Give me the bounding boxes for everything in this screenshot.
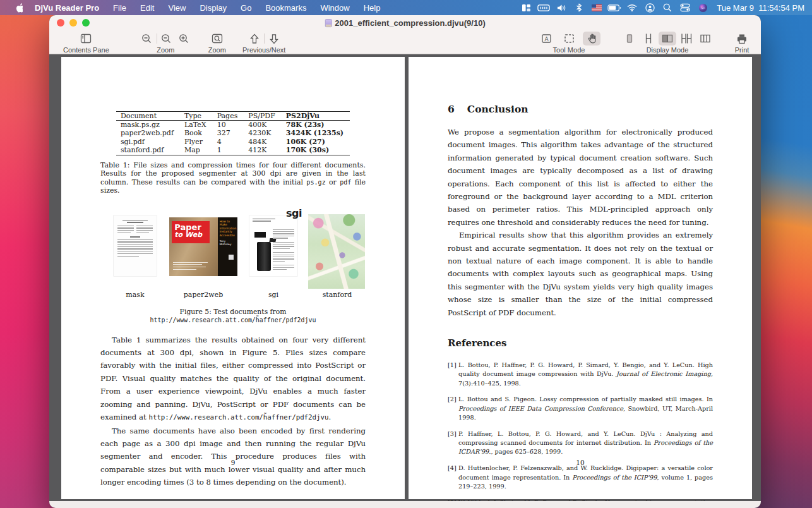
menu-app-name[interactable]: DjVu Reader Pro xyxy=(28,3,106,13)
single-page-button[interactable] xyxy=(621,32,638,45)
paragraph: Table 1 summarizes the results obtained … xyxy=(100,334,366,425)
tool-mode-label: Tool Mode xyxy=(553,46,585,54)
window-bottom-bar xyxy=(49,501,761,508)
reference-item: [2]L. Bottou and S. Pigeon. Lossy compre… xyxy=(448,395,713,422)
paragraph: The same documents have also been encode… xyxy=(100,425,366,489)
keyboard-widget-icon[interactable] xyxy=(536,1,551,14)
book-mode-button[interactable] xyxy=(696,32,714,45)
table-row: sgi.pdfFlyer4484K106K (27) xyxy=(116,138,350,146)
siri-icon[interactable] xyxy=(695,1,710,14)
wifi-icon[interactable] xyxy=(624,1,640,14)
paragraph: Empirical results show that this algorit… xyxy=(448,229,713,319)
menu-display[interactable]: Display xyxy=(193,3,234,13)
apple-menu-icon[interactable] xyxy=(9,3,28,13)
reference-item: [1]L. Bottou, P. Haffner, P. G. Howard, … xyxy=(448,361,713,388)
prev-next-cluster: Previous/Next xyxy=(242,32,285,54)
menu-view[interactable]: View xyxy=(161,3,193,13)
thumbnail-stanford xyxy=(308,214,365,289)
screen: DjVu Reader Pro FileEditViewDisplayGoBoo… xyxy=(0,0,812,508)
table-caption: Table 1: File sizes and compression time… xyxy=(100,161,366,195)
reference-number: [3] xyxy=(448,430,458,457)
menu-edit[interactable]: Edit xyxy=(133,3,161,13)
table-row: paper2web.pdfBook3274230K3424K (1235s) xyxy=(116,130,350,138)
results-table: DocumentTypePagesPS/PDFPS2DjVu mask.ps.g… xyxy=(116,111,350,155)
figure-caption: Figure 5: Test documents from http://www… xyxy=(100,308,366,324)
table-header-row: DocumentTypePagesPS/PDFPS2DjVu xyxy=(116,112,350,121)
tool-mode-cluster: A Tool Mode xyxy=(537,32,600,54)
contents-pane-button[interactable] xyxy=(77,32,95,45)
table-header-cell: PS/PDF xyxy=(244,112,282,121)
previous-page-button[interactable] xyxy=(246,32,263,45)
text-select-button[interactable]: A xyxy=(537,32,555,45)
figure-label-sgi: sgi xyxy=(268,291,278,299)
reference-number: [4] xyxy=(448,464,458,491)
contents-pane-label: Contents Pane xyxy=(63,46,109,54)
contents-pane-cluster: Contents Pane xyxy=(63,32,109,54)
svg-text:A: A xyxy=(544,36,549,42)
table-header-cell: Type xyxy=(180,112,213,121)
rect-select-button[interactable] xyxy=(560,32,578,45)
zoom-out-button[interactable] xyxy=(138,32,156,45)
menu-window[interactable]: Window xyxy=(313,3,356,13)
zoom-out-button-2[interactable] xyxy=(158,32,176,45)
menu-file[interactable]: File xyxy=(106,3,133,13)
reference-item: [4]D. Huttenlocher, P. Felzenszwalb, and… xyxy=(448,464,713,491)
user-account-icon[interactable] xyxy=(642,1,657,14)
page-number-right: 10 xyxy=(409,459,752,466)
display-mode-label: Display Mode xyxy=(647,46,689,54)
next-page-button[interactable] xyxy=(265,32,283,45)
zoom-marquee-label: Zoom xyxy=(208,46,226,54)
zoom-cluster: Zoom xyxy=(138,32,193,54)
close-button[interactable] xyxy=(57,19,64,27)
spotlight-search-icon[interactable] xyxy=(660,1,675,14)
window-layout-icon[interactable] xyxy=(518,1,534,14)
paragraph: We propose a segmentation algorithm for … xyxy=(448,126,713,229)
control-center-icon[interactable] xyxy=(678,1,693,14)
minimize-button[interactable] xyxy=(69,19,77,27)
thumbnail-mask xyxy=(114,215,157,276)
zoom-in-button[interactable] xyxy=(176,32,193,45)
print-button[interactable] xyxy=(733,32,751,45)
reference-text: W. Niblack J. Sheinvald, B. Dom and D. S… xyxy=(458,499,713,501)
battery-icon[interactable] xyxy=(607,1,622,14)
reference-number: [1] xyxy=(448,361,458,388)
figure-label-mask: mask xyxy=(126,291,144,299)
input-source-flag-icon[interactable] xyxy=(589,1,604,14)
menu-clock[interactable]: Tue Mar 9 11:54:54 PM xyxy=(714,3,804,13)
wallpaper-left xyxy=(0,0,57,508)
menu-items: FileEditViewDisplayGoBookmarksWindowHelp xyxy=(106,3,387,13)
thumbnail-paper2web: Paper to Web How to Make Information Ins… xyxy=(169,217,237,276)
menu-go[interactable]: Go xyxy=(234,3,258,13)
bluetooth-icon[interactable] xyxy=(571,1,587,14)
figure-label-stanford: stanford xyxy=(323,291,352,299)
reference-number: [5] xyxy=(448,499,458,501)
djvu-reader-window: 2001_efficient_compression.djvu(9/10) Co… xyxy=(49,15,761,508)
page-9: DocumentTypePagesPS/PDFPS2DjVu mask.ps.g… xyxy=(61,57,405,499)
reference-text: P. Haffner, L. Bottou, P. G. Howard, and… xyxy=(458,430,713,457)
status-icons xyxy=(518,1,710,14)
table-header-cell: Document xyxy=(116,112,180,121)
volume-icon[interactable] xyxy=(554,1,569,14)
marquee-zoom-button[interactable] xyxy=(208,32,226,45)
zoom-label: Zoom xyxy=(157,46,174,54)
reference-text: L. Bottou, P. Haffner, P. G. Howard, P. … xyxy=(458,361,713,388)
facing-pages-button[interactable] xyxy=(659,32,676,45)
facing-continuous-button[interactable] xyxy=(678,32,695,45)
table-row: mask.ps.gzLaTeX10400K78K (23s) xyxy=(116,121,350,130)
continuous-page-button[interactable] xyxy=(640,32,657,45)
hand-tool-button[interactable] xyxy=(583,32,600,45)
menu-bookmarks[interactable]: Bookmarks xyxy=(258,3,313,13)
window-controls xyxy=(49,19,90,27)
reference-item: [3]P. Haffner, L. Bottou, P. G. Howard, … xyxy=(448,430,713,457)
table-header-cell: PS2DjVu xyxy=(282,112,350,121)
title-bar[interactable]: 2001_efficient_compression.djvu(9/10) xyxy=(49,15,761,30)
reference-item: [5]W. Niblack J. Sheinvald, B. Dom and D… xyxy=(448,499,713,501)
toolbar: Contents Pane Zoom xyxy=(49,30,761,54)
sgi-logo-text: sgi xyxy=(286,207,302,219)
zoom-window-button[interactable] xyxy=(82,19,90,27)
paper2web-cover-title: Paper to Web xyxy=(172,221,209,243)
page-number-left: 9 xyxy=(61,459,405,466)
document-view[interactable]: DocumentTypePagesPS/PDFPS2DjVu mask.ps.g… xyxy=(49,54,761,501)
reference-number: [2] xyxy=(448,395,458,422)
menu-help[interactable]: Help xyxy=(357,3,388,13)
